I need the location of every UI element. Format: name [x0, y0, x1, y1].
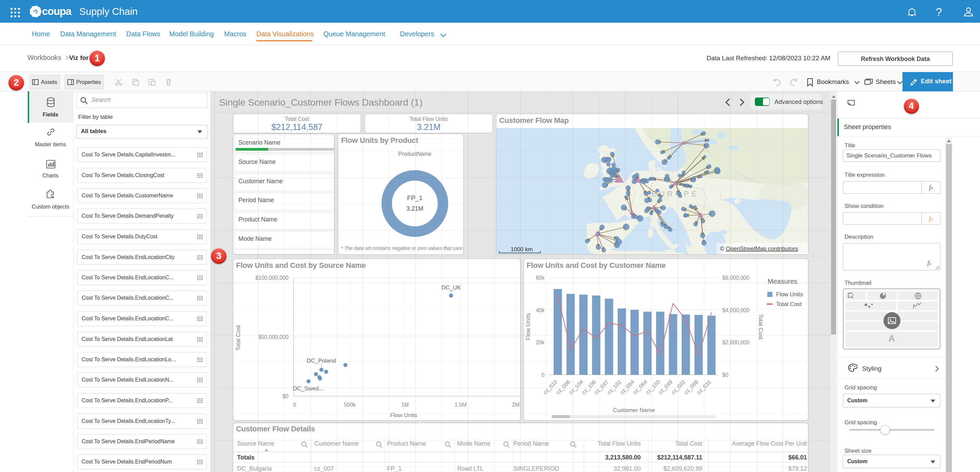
svg-text:$0: $0	[282, 393, 288, 399]
svg-text:cz_068: cz_068	[683, 379, 700, 396]
svg-text:cz_047: cz_047	[593, 379, 610, 396]
svg-text:1.5M: 1.5M	[455, 402, 467, 408]
svg-text:cz_064: cz_064	[632, 379, 649, 396]
svg-text:Total Cost: Total Cost	[776, 301, 802, 307]
svg-text:0: 0	[293, 402, 296, 408]
svg-text:$50,000,000: $50,000,000	[258, 334, 288, 340]
svg-text:Flow Units: Flow Units	[525, 313, 531, 340]
svg-text:cz_102: cz_102	[606, 379, 623, 396]
svg-text:2M: 2M	[512, 402, 519, 408]
svg-text:cz_006: cz_006	[555, 379, 572, 396]
svg-text:20k: 20k	[536, 340, 545, 345]
svg-text:cz_031: cz_031	[696, 379, 713, 396]
svg-text:60k: 60k	[536, 275, 545, 281]
svg-text:cz_084: cz_084	[619, 379, 636, 396]
svg-text:cz_049: cz_049	[657, 379, 674, 396]
svg-text:DC_Poland: DC_Poland	[307, 358, 336, 364]
svg-text:Total Cost: Total Cost	[235, 325, 242, 351]
svg-text:1M: 1M	[401, 402, 409, 408]
svg-text:0: 0	[541, 372, 544, 378]
svg-text:Flow Units: Flow Units	[776, 291, 803, 298]
svg-text:Customer Name: Customer Name	[613, 407, 655, 413]
svg-text:DC_Swed...: DC_Swed...	[293, 385, 324, 392]
svg-text:40k: 40k	[536, 307, 545, 313]
svg-text:$6,000,000: $6,000,000	[722, 275, 749, 281]
svg-text:Measures: Measures	[768, 278, 797, 285]
svg-text:cz_104: cz_104	[568, 379, 584, 396]
svg-text:$4,000,000: $4,000,000	[722, 307, 749, 313]
svg-text:n: n	[885, 292, 886, 295]
svg-text:cz_010: cz_010	[542, 379, 559, 396]
svg-text:$100,000,000: $100,000,000	[255, 275, 288, 281]
svg-text:© OpenStreetMap contributors: © OpenStreetMap contributors	[720, 245, 798, 252]
svg-text:DC_UK: DC_UK	[441, 284, 461, 291]
svg-text:$0: $0	[722, 372, 729, 378]
svg-text:Total Cost: Total Cost	[757, 314, 764, 340]
svg-text:Flow Units: Flow Units	[390, 412, 417, 418]
svg-text:500k: 500k	[344, 402, 356, 408]
svg-text:cz_002: cz_002	[670, 379, 687, 396]
svg-text:$2,000,000: $2,000,000	[722, 340, 749, 345]
svg-text:n: n	[852, 293, 854, 296]
svg-text:1000 km: 1000 km	[511, 246, 533, 253]
